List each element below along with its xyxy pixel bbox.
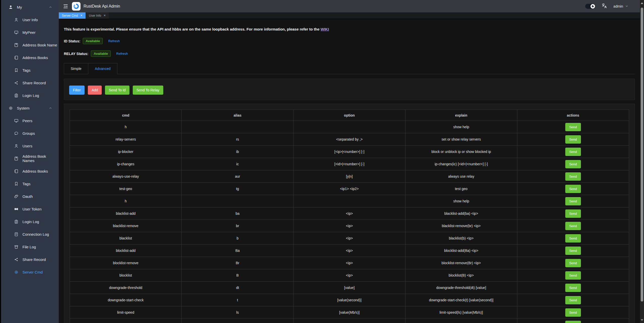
send-button[interactable]: Send xyxy=(565,160,581,168)
cell-explain: blocklist-remove(Br) <ip> xyxy=(405,257,517,269)
dark-mode-toggle[interactable] xyxy=(585,4,595,9)
tab-simple[interactable]: Simple xyxy=(64,63,88,74)
sidebar-item-login-log[interactable]: Login Log xyxy=(1,89,59,102)
col-header-explain: explain xyxy=(405,110,517,121)
sidebar-item-share-record-system[interactable]: Share Record xyxy=(1,253,59,266)
sidebar-item-address-book-names[interactable]: Address Book Names xyxy=(1,152,59,165)
bookmark-icon xyxy=(14,68,19,73)
relay-refresh-link[interactable]: Refresh xyxy=(116,52,128,56)
send-button[interactable]: Send xyxy=(565,123,581,131)
sidebar-fold-icon[interactable] xyxy=(63,4,68,9)
cell-actions: Send xyxy=(517,220,629,232)
cell-alias: aur xyxy=(182,170,293,183)
close-icon[interactable]: ✕ xyxy=(80,14,83,17)
send-button[interactable]: Send xyxy=(565,296,581,304)
sidebar-item-label: Peers xyxy=(22,119,32,123)
send-button[interactable]: Send xyxy=(565,209,581,218)
scrollbar-thumb[interactable] xyxy=(641,8,643,302)
wiki-link[interactable]: WIKI xyxy=(320,27,329,31)
cell-actions: Send xyxy=(517,319,629,323)
cell-actions: Send xyxy=(517,306,629,319)
cell-cmd: downgrade-threshold xyxy=(70,282,182,294)
sidebar-item-address-books[interactable]: Address Books xyxy=(1,51,59,64)
user-menu[interactable]: admin xyxy=(613,4,628,8)
ticket-icon xyxy=(14,207,19,211)
cell-cmd: blocklist xyxy=(70,269,182,282)
send-button[interactable]: Send xyxy=(565,148,581,156)
sidebar-section-label: My xyxy=(17,5,22,9)
add-button[interactable]: Add xyxy=(88,86,102,95)
page-tabstrip: Server Cmd ✕ User Info ✕ xyxy=(59,12,640,19)
send-button[interactable]: Send xyxy=(565,197,581,205)
cell-cmd: blocklist-add xyxy=(70,245,182,257)
send-button[interactable]: Send xyxy=(565,247,581,255)
cell-alias: tg xyxy=(182,183,293,195)
table-row: ip-blockerib[<ip>|<number>] [-]block or … xyxy=(70,146,629,158)
cell-alias xyxy=(182,195,293,207)
id-refresh-link[interactable]: Refresh xyxy=(108,39,120,43)
tab-advanced[interactable]: Advanced xyxy=(88,63,117,74)
send-button[interactable]: Send xyxy=(565,321,581,323)
scroll-up-arrow-icon[interactable] xyxy=(640,1,644,5)
sidebar-item-tags[interactable]: Tags xyxy=(1,64,59,76)
sidebar-item-peers[interactable]: Peers xyxy=(1,114,59,127)
sidebar-item-file-log[interactable]: File Log xyxy=(1,240,59,253)
sidebar-item-mypeer[interactable]: MyPeer xyxy=(1,26,59,39)
sidebar-section-my[interactable]: My xyxy=(1,1,59,13)
cell-explain: test geo xyxy=(405,183,517,195)
send-to-id-button[interactable]: Send To Id xyxy=(105,86,129,95)
sidebar-item-address-book-name[interactable]: Address Book Name xyxy=(1,39,59,51)
sidebar-item-login-log-system[interactable]: Login Log xyxy=(1,215,59,228)
command-table-card: cmd alias option explain actions hshow h… xyxy=(64,104,635,323)
send-button[interactable]: Send xyxy=(565,284,581,292)
cell-cmd: h xyxy=(70,121,182,133)
sidebar-item-user-info[interactable]: User Info xyxy=(1,13,59,26)
sidebar-item-user-token[interactable]: User Token xyxy=(1,203,59,215)
sidebar-item-users[interactable]: Users xyxy=(1,140,59,152)
translate-icon[interactable] xyxy=(601,3,607,10)
sidebar-item-oauth[interactable]: Oauth xyxy=(1,190,59,203)
sidebar-item-share-record[interactable]: Share Record xyxy=(1,76,59,89)
table-row: limit-speedls[value(Mb/s)]limit-speed(ls… xyxy=(70,306,629,319)
notebook-icon xyxy=(14,55,19,60)
sidebar-item-server-cmd[interactable]: Server Cmd xyxy=(1,266,59,278)
send-button[interactable]: Send xyxy=(565,172,581,181)
cell-cmd: always-use-relay xyxy=(70,170,182,183)
col-header-alias: alias xyxy=(182,110,293,121)
send-button[interactable]: Send xyxy=(565,185,581,193)
send-to-relay-button[interactable]: Send To Relay xyxy=(133,86,163,95)
scroll-down-arrow-icon[interactable] xyxy=(640,318,644,322)
gear-icon xyxy=(8,106,13,111)
monitor-icon xyxy=(14,30,19,35)
cell-alias: rs xyxy=(182,133,293,146)
send-button[interactable]: Send xyxy=(565,135,581,144)
send-button[interactable]: Send xyxy=(565,259,581,267)
close-icon[interactable]: ✕ xyxy=(103,14,106,17)
sidebar-item-groups[interactable]: Groups xyxy=(1,127,59,140)
cell-explain: set or show relay servers xyxy=(405,133,517,146)
send-button[interactable]: Send xyxy=(565,234,581,243)
send-button[interactable]: Send xyxy=(565,308,581,317)
tab-server-cmd[interactable]: Server Cmd ✕ xyxy=(59,12,86,19)
cell-alias: ls xyxy=(182,306,293,319)
cell-actions: Send xyxy=(517,183,629,195)
sidebar-item-address-books-system[interactable]: Address Books xyxy=(1,165,59,177)
send-button[interactable]: Send xyxy=(565,222,581,230)
sidebar-item-connection-log[interactable]: Connection Log xyxy=(1,228,59,240)
sidebar: My User Info MyPeer Address Book Name Ad… xyxy=(1,0,59,323)
scrollbar[interactable] xyxy=(640,0,644,323)
sidebar-section-system[interactable]: System xyxy=(1,102,59,114)
cell-cmd: blacklist-remove xyxy=(70,220,182,232)
cell-option: [value] xyxy=(293,282,405,294)
cell-explain: downgrade-start-check(t) [value(second)] xyxy=(405,294,517,306)
table-row: relay-serversrs<separated by ,>set or sh… xyxy=(70,133,629,146)
filter-button[interactable]: Filter xyxy=(69,86,85,95)
sidebar-item-tags-system[interactable]: Tags xyxy=(1,177,59,190)
cell-actions: Send xyxy=(517,133,629,146)
id-status-row: ID Status: Available Refresh xyxy=(64,38,635,44)
tab-user-info[interactable]: User Info ✕ xyxy=(86,12,109,19)
moon-icon xyxy=(591,4,595,9)
app-title: RustDesk Api Admin xyxy=(84,4,120,9)
send-button[interactable]: Send xyxy=(565,271,581,280)
archive-icon xyxy=(14,245,19,249)
